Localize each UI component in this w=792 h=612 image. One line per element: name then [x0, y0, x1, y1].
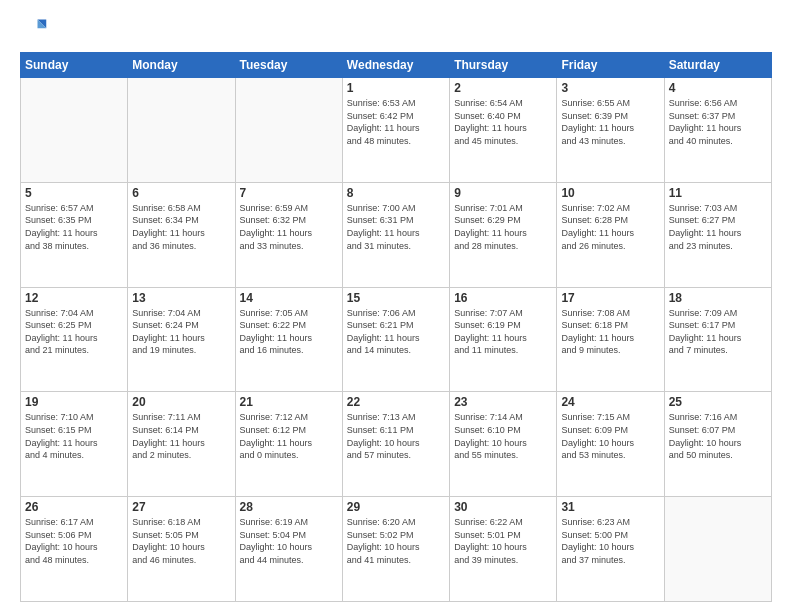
day-cell: 3Sunrise: 6:55 AM Sunset: 6:39 PM Daylig…	[557, 78, 664, 183]
day-info: Sunrise: 6:19 AM Sunset: 5:04 PM Dayligh…	[240, 516, 338, 566]
logo	[20, 16, 52, 44]
day-number: 17	[561, 291, 659, 305]
day-cell: 18Sunrise: 7:09 AM Sunset: 6:17 PM Dayli…	[664, 287, 771, 392]
day-cell	[21, 78, 128, 183]
week-row-3: 19Sunrise: 7:10 AM Sunset: 6:15 PM Dayli…	[21, 392, 772, 497]
day-info: Sunrise: 7:06 AM Sunset: 6:21 PM Dayligh…	[347, 307, 445, 357]
day-cell: 31Sunrise: 6:23 AM Sunset: 5:00 PM Dayli…	[557, 497, 664, 602]
day-info: Sunrise: 7:12 AM Sunset: 6:12 PM Dayligh…	[240, 411, 338, 461]
week-row-1: 5Sunrise: 6:57 AM Sunset: 6:35 PM Daylig…	[21, 182, 772, 287]
day-info: Sunrise: 7:08 AM Sunset: 6:18 PM Dayligh…	[561, 307, 659, 357]
day-cell: 15Sunrise: 7:06 AM Sunset: 6:21 PM Dayli…	[342, 287, 449, 392]
day-info: Sunrise: 7:02 AM Sunset: 6:28 PM Dayligh…	[561, 202, 659, 252]
day-info: Sunrise: 6:54 AM Sunset: 6:40 PM Dayligh…	[454, 97, 552, 147]
day-number: 30	[454, 500, 552, 514]
day-cell: 19Sunrise: 7:10 AM Sunset: 6:15 PM Dayli…	[21, 392, 128, 497]
day-number: 16	[454, 291, 552, 305]
day-info: Sunrise: 7:09 AM Sunset: 6:17 PM Dayligh…	[669, 307, 767, 357]
day-number: 15	[347, 291, 445, 305]
calendar-table: SundayMondayTuesdayWednesdayThursdayFrid…	[20, 52, 772, 602]
week-row-4: 26Sunrise: 6:17 AM Sunset: 5:06 PM Dayli…	[21, 497, 772, 602]
day-cell: 7Sunrise: 6:59 AM Sunset: 6:32 PM Daylig…	[235, 182, 342, 287]
day-cell: 5Sunrise: 6:57 AM Sunset: 6:35 PM Daylig…	[21, 182, 128, 287]
day-number: 20	[132, 395, 230, 409]
day-cell: 30Sunrise: 6:22 AM Sunset: 5:01 PM Dayli…	[450, 497, 557, 602]
day-info: Sunrise: 7:13 AM Sunset: 6:11 PM Dayligh…	[347, 411, 445, 461]
day-cell: 2Sunrise: 6:54 AM Sunset: 6:40 PM Daylig…	[450, 78, 557, 183]
day-info: Sunrise: 6:23 AM Sunset: 5:00 PM Dayligh…	[561, 516, 659, 566]
day-header-sunday: Sunday	[21, 53, 128, 78]
day-cell: 22Sunrise: 7:13 AM Sunset: 6:11 PM Dayli…	[342, 392, 449, 497]
day-number: 2	[454, 81, 552, 95]
day-cell: 17Sunrise: 7:08 AM Sunset: 6:18 PM Dayli…	[557, 287, 664, 392]
day-info: Sunrise: 7:16 AM Sunset: 6:07 PM Dayligh…	[669, 411, 767, 461]
day-cell: 11Sunrise: 7:03 AM Sunset: 6:27 PM Dayli…	[664, 182, 771, 287]
day-header-friday: Friday	[557, 53, 664, 78]
day-number: 4	[669, 81, 767, 95]
day-cell: 8Sunrise: 7:00 AM Sunset: 6:31 PM Daylig…	[342, 182, 449, 287]
day-cell: 23Sunrise: 7:14 AM Sunset: 6:10 PM Dayli…	[450, 392, 557, 497]
day-number: 5	[25, 186, 123, 200]
week-row-0: 1Sunrise: 6:53 AM Sunset: 6:42 PM Daylig…	[21, 78, 772, 183]
day-number: 19	[25, 395, 123, 409]
day-header-saturday: Saturday	[664, 53, 771, 78]
day-cell: 25Sunrise: 7:16 AM Sunset: 6:07 PM Dayli…	[664, 392, 771, 497]
day-info: Sunrise: 6:18 AM Sunset: 5:05 PM Dayligh…	[132, 516, 230, 566]
day-cell: 21Sunrise: 7:12 AM Sunset: 6:12 PM Dayli…	[235, 392, 342, 497]
day-cell: 24Sunrise: 7:15 AM Sunset: 6:09 PM Dayli…	[557, 392, 664, 497]
day-cell: 13Sunrise: 7:04 AM Sunset: 6:24 PM Dayli…	[128, 287, 235, 392]
day-info: Sunrise: 6:17 AM Sunset: 5:06 PM Dayligh…	[25, 516, 123, 566]
day-number: 23	[454, 395, 552, 409]
day-cell: 20Sunrise: 7:11 AM Sunset: 6:14 PM Dayli…	[128, 392, 235, 497]
day-number: 31	[561, 500, 659, 514]
day-info: Sunrise: 7:15 AM Sunset: 6:09 PM Dayligh…	[561, 411, 659, 461]
day-cell: 14Sunrise: 7:05 AM Sunset: 6:22 PM Dayli…	[235, 287, 342, 392]
day-cell: 28Sunrise: 6:19 AM Sunset: 5:04 PM Dayli…	[235, 497, 342, 602]
day-header-wednesday: Wednesday	[342, 53, 449, 78]
day-number: 12	[25, 291, 123, 305]
day-number: 9	[454, 186, 552, 200]
day-info: Sunrise: 6:55 AM Sunset: 6:39 PM Dayligh…	[561, 97, 659, 147]
day-cell: 12Sunrise: 7:04 AM Sunset: 6:25 PM Dayli…	[21, 287, 128, 392]
day-cell	[235, 78, 342, 183]
day-info: Sunrise: 7:10 AM Sunset: 6:15 PM Dayligh…	[25, 411, 123, 461]
day-number: 24	[561, 395, 659, 409]
day-info: Sunrise: 6:57 AM Sunset: 6:35 PM Dayligh…	[25, 202, 123, 252]
day-header-monday: Monday	[128, 53, 235, 78]
day-info: Sunrise: 7:04 AM Sunset: 6:24 PM Dayligh…	[132, 307, 230, 357]
day-number: 29	[347, 500, 445, 514]
day-header-row: SundayMondayTuesdayWednesdayThursdayFrid…	[21, 53, 772, 78]
day-info: Sunrise: 6:22 AM Sunset: 5:01 PM Dayligh…	[454, 516, 552, 566]
day-number: 6	[132, 186, 230, 200]
day-number: 10	[561, 186, 659, 200]
day-cell: 27Sunrise: 6:18 AM Sunset: 5:05 PM Dayli…	[128, 497, 235, 602]
day-number: 25	[669, 395, 767, 409]
day-number: 21	[240, 395, 338, 409]
day-cell: 6Sunrise: 6:58 AM Sunset: 6:34 PM Daylig…	[128, 182, 235, 287]
day-number: 3	[561, 81, 659, 95]
page: SundayMondayTuesdayWednesdayThursdayFrid…	[0, 0, 792, 612]
day-cell: 29Sunrise: 6:20 AM Sunset: 5:02 PM Dayli…	[342, 497, 449, 602]
day-header-tuesday: Tuesday	[235, 53, 342, 78]
day-cell: 4Sunrise: 6:56 AM Sunset: 6:37 PM Daylig…	[664, 78, 771, 183]
day-number: 13	[132, 291, 230, 305]
day-cell: 1Sunrise: 6:53 AM Sunset: 6:42 PM Daylig…	[342, 78, 449, 183]
day-info: Sunrise: 7:07 AM Sunset: 6:19 PM Dayligh…	[454, 307, 552, 357]
logo-icon	[20, 16, 48, 44]
day-number: 26	[25, 500, 123, 514]
day-number: 1	[347, 81, 445, 95]
day-info: Sunrise: 7:11 AM Sunset: 6:14 PM Dayligh…	[132, 411, 230, 461]
day-info: Sunrise: 7:14 AM Sunset: 6:10 PM Dayligh…	[454, 411, 552, 461]
day-info: Sunrise: 6:56 AM Sunset: 6:37 PM Dayligh…	[669, 97, 767, 147]
day-info: Sunrise: 7:01 AM Sunset: 6:29 PM Dayligh…	[454, 202, 552, 252]
day-cell	[664, 497, 771, 602]
day-number: 14	[240, 291, 338, 305]
day-number: 22	[347, 395, 445, 409]
day-info: Sunrise: 6:53 AM Sunset: 6:42 PM Dayligh…	[347, 97, 445, 147]
day-cell	[128, 78, 235, 183]
day-cell: 26Sunrise: 6:17 AM Sunset: 5:06 PM Dayli…	[21, 497, 128, 602]
day-info: Sunrise: 7:04 AM Sunset: 6:25 PM Dayligh…	[25, 307, 123, 357]
day-cell: 9Sunrise: 7:01 AM Sunset: 6:29 PM Daylig…	[450, 182, 557, 287]
day-info: Sunrise: 6:20 AM Sunset: 5:02 PM Dayligh…	[347, 516, 445, 566]
day-number: 8	[347, 186, 445, 200]
